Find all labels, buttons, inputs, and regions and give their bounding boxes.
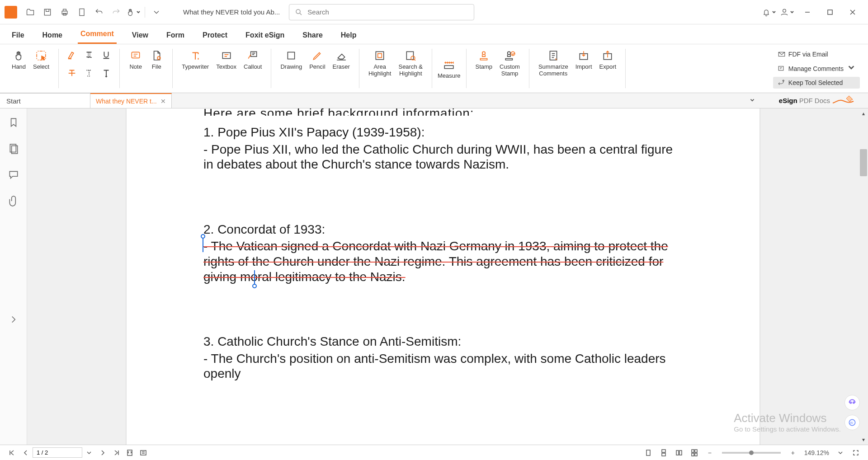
continuous-facing-view-icon[interactable] <box>688 446 701 459</box>
tab-share[interactable]: Share <box>300 27 325 44</box>
manage-comments[interactable]: Manage Comments <box>773 62 860 75</box>
undo-icon[interactable] <box>90 4 108 21</box>
replace-text-icon[interactable] <box>81 65 97 80</box>
svg-rect-16 <box>444 66 453 69</box>
summarize-comments-tool[interactable]: Summarize Comments <box>535 47 572 79</box>
user-icon[interactable] <box>778 4 796 21</box>
tab-form[interactable]: Form <box>164 27 187 44</box>
pages-panel-icon[interactable] <box>8 143 19 156</box>
textbox-tool[interactable]: Textbox <box>212 47 240 72</box>
svg-rect-24 <box>778 66 783 70</box>
zoom-out-icon[interactable]: − <box>703 446 717 459</box>
bookmark-panel-icon[interactable] <box>8 117 19 130</box>
doc-para-1: - Pope Pius XII, who led the Catholic Ch… <box>203 142 683 172</box>
prev-page-icon[interactable] <box>19 446 33 459</box>
scroll-down-icon[interactable]: ▾ <box>860 437 867 443</box>
squiggly-icon[interactable] <box>81 47 97 62</box>
page-viewport[interactable]: Here are some brief background informati… <box>27 108 859 445</box>
assistant-float-icon[interactable] <box>844 395 860 410</box>
insert-text-icon[interactable] <box>99 65 114 80</box>
custom-stamp-tool[interactable]: Custom Stamp <box>496 47 524 79</box>
note-tool[interactable]: Note <box>125 47 146 72</box>
fullscreen-icon[interactable] <box>849 446 863 459</box>
save-icon[interactable] <box>39 4 56 21</box>
stamp-tool[interactable]: Stamp <box>472 47 496 72</box>
page-number-input[interactable] <box>33 447 82 458</box>
search-box[interactable] <box>289 4 474 20</box>
close-tab-icon[interactable]: ✕ <box>160 98 166 105</box>
select-tool[interactable]: Select <box>29 47 53 72</box>
export-tool[interactable]: Export <box>596 47 620 72</box>
maximize-button[interactable] <box>819 3 841 21</box>
keep-tool-selected[interactable]: Keep Tool Selected <box>773 77 860 89</box>
tab-comment[interactable]: Comment <box>78 25 117 44</box>
drawing-tool[interactable]: Drawing <box>277 47 306 72</box>
start-tab[interactable]: Start <box>0 93 90 108</box>
last-page-icon[interactable] <box>109 446 123 459</box>
measure-tool[interactable]: Measure <box>434 46 464 91</box>
highlight-icon[interactable] <box>64 47 80 62</box>
import-tool[interactable]: Import <box>572 47 596 72</box>
fit-page-icon[interactable] <box>123 446 137 459</box>
facing-view-icon[interactable] <box>672 446 686 459</box>
doc-cutoff-line: Here are some brief background informati… <box>203 108 683 116</box>
reflow-icon[interactable] <box>137 446 150 459</box>
callout-tool[interactable]: Callout <box>240 47 265 72</box>
area-highlight-tool[interactable]: Area Highlight <box>365 47 395 79</box>
first-page-icon[interactable] <box>5 446 19 459</box>
zoom-dropdown-icon[interactable] <box>834 446 847 459</box>
tab-help[interactable]: Help <box>338 27 359 44</box>
file-attach-tool[interactable]: File <box>146 47 167 72</box>
document-tab[interactable]: What they NEVER t... ✕ <box>90 93 172 108</box>
down-chevron-icon[interactable] <box>148 4 165 21</box>
esign-promo[interactable]: eSign PDF Docs <box>779 94 854 107</box>
page-icon[interactable] <box>73 4 90 21</box>
svg-rect-14 <box>407 52 414 59</box>
bell-icon[interactable] <box>760 4 778 21</box>
close-button[interactable] <box>842 3 863 21</box>
scroll-up-icon[interactable]: ▴ <box>860 110 867 117</box>
zoom-slider-knob[interactable] <box>749 451 754 455</box>
tabstrip-dropdown-icon[interactable] <box>750 97 755 105</box>
tab-protect[interactable]: Protect <box>200 27 230 44</box>
underline-icon[interactable] <box>99 47 114 62</box>
open-icon[interactable] <box>22 4 39 21</box>
print-icon[interactable] <box>56 4 73 21</box>
redo-icon[interactable] <box>108 4 125 21</box>
attachments-panel-icon[interactable] <box>8 195 19 209</box>
scroll-thumb[interactable] <box>860 149 867 176</box>
svg-point-6 <box>783 9 786 12</box>
svg-rect-13 <box>376 52 384 59</box>
svg-rect-41 <box>692 453 694 456</box>
tab-foxit-esign[interactable]: Foxit eSign <box>243 27 287 44</box>
zoom-in-icon[interactable]: + <box>786 446 800 459</box>
expand-sidebar-icon[interactable] <box>8 314 19 327</box>
fdf-via-email[interactable]: FDF via Email <box>773 48 860 60</box>
page-dropdown-icon[interactable] <box>82 446 96 459</box>
comments-panel-icon[interactable] <box>8 169 19 183</box>
svg-rect-10 <box>222 53 230 59</box>
tab-file[interactable]: File <box>9 27 27 44</box>
hand-tool[interactable]: Hand <box>8 47 29 72</box>
eraser-tool[interactable]: Eraser <box>329 47 354 72</box>
next-page-icon[interactable] <box>96 446 109 459</box>
svg-point-17 <box>482 52 486 55</box>
zoom-slider[interactable] <box>722 452 781 454</box>
svg-rect-2 <box>63 9 66 11</box>
svg-rect-34 <box>646 450 650 455</box>
strikeout-annotation[interactable]: - The Vatican signed a Concordat with Na… <box>203 239 683 284</box>
tab-view[interactable]: View <box>129 27 151 44</box>
continuous-view-icon[interactable] <box>657 446 670 459</box>
typewriter-tool[interactable]: Typewriter <box>178 47 212 72</box>
search-highlight-tool[interactable]: Search & Highlight <box>395 47 426 79</box>
vertical-scrollbar[interactable]: ▴ ▾ <box>859 108 868 445</box>
search-input[interactable] <box>307 8 468 16</box>
tab-home[interactable]: Home <box>40 27 65 44</box>
svg-point-29 <box>853 402 854 403</box>
pencil-tool[interactable]: Pencil <box>306 47 329 72</box>
minimize-button[interactable] <box>797 3 818 21</box>
hand-dropdown-icon[interactable] <box>125 4 142 21</box>
strikeout-icon[interactable] <box>64 65 80 80</box>
single-page-view-icon[interactable] <box>642 446 655 459</box>
ai-float-icon[interactable]: AI <box>844 415 860 430</box>
